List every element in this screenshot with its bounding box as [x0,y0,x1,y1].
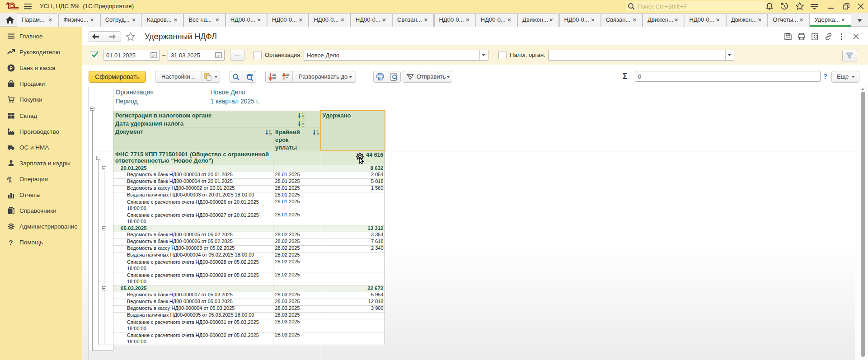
svg-text:?: ? [9,238,13,246]
svg-text:Кт: Кт [9,179,13,183]
svg-text:P: P [9,66,13,71]
